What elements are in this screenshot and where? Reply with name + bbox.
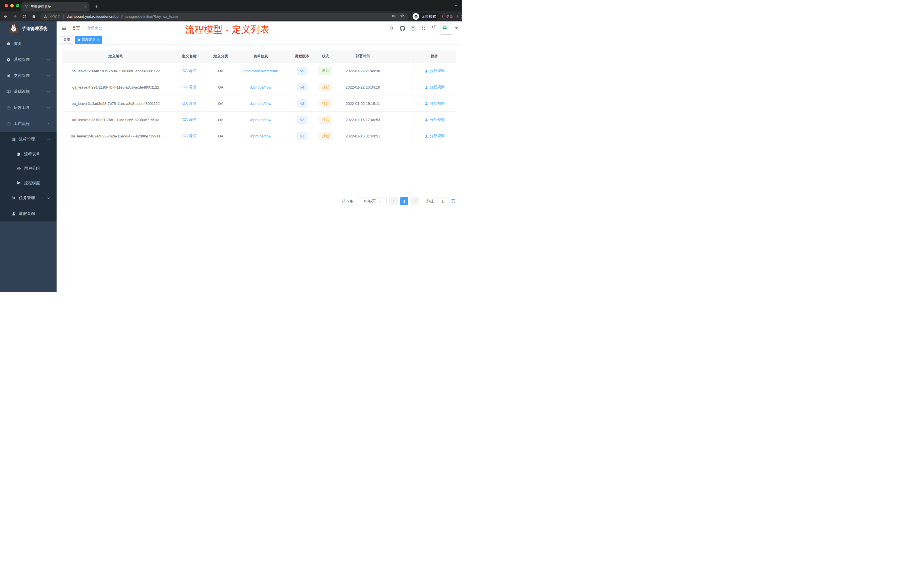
assign-rule-link[interactable]: 分配规则 <box>430 101 445 106</box>
font-size-icon[interactable]: TT <box>430 24 438 32</box>
annotation-title: 流程模型 - 定义列表 <box>185 23 269 36</box>
sidebar-item-process-model[interactable]: 流程模型 <box>0 176 56 190</box>
tab-search-icon[interactable] <box>454 3 458 8</box>
bookmark-star-icon[interactable] <box>400 13 404 20</box>
table-row: oa_leave:1:482ec033-762a-11ec-8477-a2380… <box>62 128 456 144</box>
deploy-time: 2022-01-22 19:19:11 <box>346 101 380 106</box>
assign-rule-link[interactable]: 分配规则 <box>430 117 445 122</box>
home-button[interactable] <box>30 13 38 21</box>
definition-name-link[interactable]: OA 请假 <box>182 84 196 90</box>
form-info-link[interactable]: /bpm/oa/flow <box>250 101 271 106</box>
github-icon[interactable] <box>398 24 406 32</box>
search-icon[interactable] <box>388 24 396 32</box>
browser-chrome: 芋道管理系统 × + <box>0 0 462 21</box>
url-text[interactable]: dashboard.yudao.iocoder.cn/bpm/manager/d… <box>66 14 389 18</box>
sidebar-item-user-group[interactable]: 用户分组 <box>0 162 56 176</box>
screenshot-root: 芋道管理系统 × + <box>0 0 462 292</box>
sidebar-item-payment[interactable]: ¥ 支付管理 <box>0 68 56 84</box>
yen-icon: ¥ <box>6 73 11 78</box>
sidebar-item-home[interactable]: 首页 <box>0 36 56 52</box>
sidebar-item-infrastructure[interactable]: 基础设施 <box>0 84 56 100</box>
assign-rule-link[interactable]: 分配规则 <box>430 68 445 73</box>
table-row: oa_leave:4:991f2193-7b7f-11ec-a3c8-acde4… <box>62 79 456 96</box>
breadcrumb-current: 流程定义 <box>86 26 102 31</box>
tags-view: 首页 流程定义 × <box>56 35 462 45</box>
browser-tab[interactable]: 芋道管理系统 × <box>21 2 89 12</box>
definition-name-link[interactable]: OA 请假 <box>182 117 196 122</box>
chevron-down-icon <box>47 74 50 78</box>
chevron-down-icon <box>378 200 381 203</box>
new-tab-button[interactable]: + <box>92 3 101 11</box>
help-icon[interactable]: ? <box>409 24 417 32</box>
window-close-button[interactable] <box>5 4 8 7</box>
page-size-select[interactable]: 10条/页 <box>358 197 386 205</box>
deploy-time: 2022-01-16 17:46:53 <box>346 118 380 122</box>
col-definition-name: 定义名称 <box>170 50 209 63</box>
sidebar-item-leave-query[interactable]: 请假查询 <box>0 206 56 221</box>
security-warning-icon[interactable] <box>43 15 48 18</box>
form-info-link[interactable]: /bpm/oa/flow <box>250 134 271 138</box>
sidebar-item-process-form[interactable]: 流程表单 <box>0 147 56 162</box>
update-menu-button[interactable]: 更新 ⋮ <box>442 13 462 20</box>
user-solid-icon <box>424 118 428 122</box>
form-info-link[interactable]: /bpm/oa/flow <box>250 85 271 89</box>
definition-name-link[interactable]: OA 请假 <box>182 68 196 73</box>
version-badge: v2 <box>297 116 307 124</box>
toolbox-icon <box>6 106 11 110</box>
sidebar-logo[interactable]: 芋道管理系统 <box>0 21 56 36</box>
tab-close-icon[interactable]: × <box>84 5 87 9</box>
page-number-button[interactable]: 1 <box>400 197 408 205</box>
tab-favicon-icon <box>24 4 28 10</box>
forward-button[interactable] <box>11 13 19 21</box>
assign-rule-link[interactable]: 分配规则 <box>430 134 445 139</box>
breadcrumb-home[interactable]: 首页 <box>72 26 80 31</box>
sidebar-item-devtools[interactable]: 研发工具 <box>0 100 56 116</box>
form-info-link[interactable]: /bpm/oa/flow <box>250 118 271 122</box>
table-row: oa_leave:5:004b710b-7b8a-11ec-8ef0-acde4… <box>62 63 456 79</box>
sidebar-item-task-management[interactable]: 任务管理 <box>0 190 56 206</box>
password-key-icon[interactable] <box>391 13 396 20</box>
hamburger-icon[interactable] <box>59 24 69 33</box>
monitor-icon <box>6 89 11 94</box>
col-operations: 操作 <box>413 50 456 63</box>
workflow-submenu: 流程管理 流程表单 用户分组 流程模型 <box>0 132 56 221</box>
status-badge: 挂起 <box>319 116 332 124</box>
definition-name-link[interactable]: OA 请假 <box>182 101 196 106</box>
assign-rule-link[interactable]: 分配规则 <box>430 84 445 90</box>
fullscreen-icon[interactable] <box>419 24 427 32</box>
reload-button[interactable] <box>20 13 28 21</box>
back-button[interactable] <box>2 13 10 21</box>
pagination: 共 5 条 10条/页 1 前往 页 <box>342 197 455 205</box>
url-bar[interactable]: 不安全 dashboard.yudao.iocoder.cn/bpm/manag… <box>40 13 408 20</box>
window-controls <box>5 4 20 7</box>
sidebar-menu: 首页 系统管理 ¥ 支付管理 基础设施 <box>0 36 56 292</box>
sidebar-item-label: 首页 <box>14 41 56 46</box>
deploy-time: 2022-01-22 21:48:38 <box>346 69 380 73</box>
security-label: 不安全 <box>50 14 61 19</box>
sidebar-item-label: 研发工具 <box>14 105 47 110</box>
tag-home[interactable]: 首页 <box>61 36 73 44</box>
definition-name-link[interactable]: OA 请假 <box>182 134 196 139</box>
goto-page-input[interactable] <box>436 197 449 205</box>
tag-close-icon[interactable]: × <box>97 38 99 42</box>
window-zoom-button[interactable] <box>16 4 20 7</box>
avatar-caret-icon[interactable] <box>455 27 458 29</box>
sidebar-item-process-management[interactable]: 流程管理 <box>0 132 56 147</box>
incognito-badge: 无痕模式 <box>412 13 440 21</box>
chevron-down-icon <box>47 106 50 109</box>
user-avatar-broken-image[interactable] <box>441 23 452 35</box>
prev-page-button[interactable] <box>389 197 398 205</box>
form-info-link[interactable]: /bpm/oa/leave/create <box>243 69 278 73</box>
tree-icon <box>12 196 16 200</box>
window-minimize-button[interactable] <box>10 4 14 7</box>
gear-icon <box>6 58 11 62</box>
next-page-button[interactable] <box>411 197 419 205</box>
briefcase-icon <box>6 121 11 126</box>
main-area: 首页 / 流程定义 ? TT <box>56 21 462 292</box>
sidebar-item-workflow[interactable]: 工作流程 <box>0 116 56 132</box>
sidebar-item-system[interactable]: 系统管理 <box>0 52 56 68</box>
pagination-total: 共 5 条 <box>342 199 353 204</box>
tag-process-definition[interactable]: 流程定义 × <box>75 36 102 44</box>
browser-toolbar: 不安全 dashboard.yudao.iocoder.cn/bpm/manag… <box>0 12 462 21</box>
incognito-icon <box>412 13 419 20</box>
